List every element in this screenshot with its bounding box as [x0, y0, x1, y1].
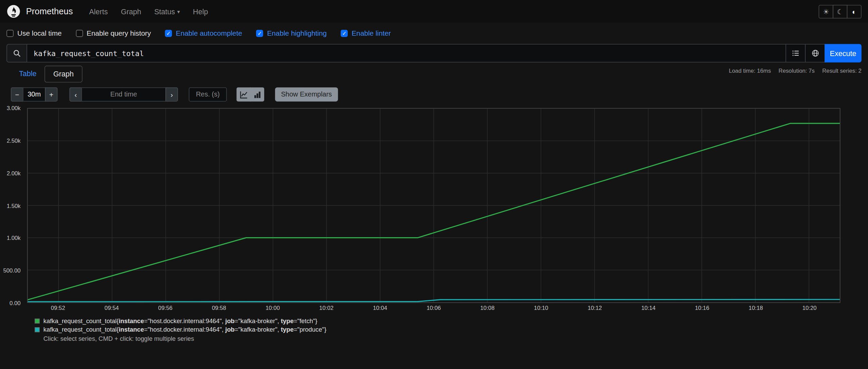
checkbox-box[interactable]	[341, 30, 348, 37]
stacked-chart-icon	[253, 90, 261, 99]
x-axis-label: 09:52	[42, 304, 74, 311]
checkbox-label: Enable autocomplete	[176, 29, 242, 37]
legend-item[interactable]: kafka_request_count_total{instance="host…	[35, 326, 868, 333]
x-axis-label: 10:00	[256, 304, 289, 311]
x-axis-label: 10:02	[310, 304, 343, 311]
result-series: Result series: 2	[822, 67, 862, 74]
checkbox-box[interactable]	[165, 30, 172, 37]
graph-controls: − + ‹ › Show Exemplars	[11, 87, 868, 102]
chevron-left-icon: ‹	[74, 90, 77, 99]
caret-down-icon: ▾	[177, 8, 180, 15]
nav-help[interactable]: Help	[193, 7, 208, 16]
nav-graph[interactable]: Graph	[121, 7, 141, 16]
y-axis-labels: 0.00500.001.00k1.50k2.00k2.50k3.00k	[0, 108, 24, 303]
query-stats: Load time: 16ms Resolution: 7s Result se…	[729, 67, 862, 74]
query-bar: Execute	[6, 44, 862, 62]
prometheus-logo-icon[interactable]	[6, 4, 21, 19]
x-axis-label: 10:16	[686, 304, 719, 311]
x-axis-label: 10:12	[578, 304, 611, 311]
checkbox-label: Enable linter	[351, 29, 391, 37]
sun-icon: ☀	[823, 7, 829, 16]
plot-area[interactable]	[27, 108, 840, 303]
resolution: Resolution: 7s	[779, 67, 815, 74]
range-input[interactable]	[23, 87, 46, 102]
options-bar: Use local time Enable query history Enab…	[0, 23, 868, 42]
nav-links: Alerts Graph Status▾ Help	[89, 7, 208, 16]
globe-icon	[811, 49, 819, 57]
checkbox-box[interactable]	[76, 30, 83, 37]
legend-series-text: kafka_request_count_total{instance="host…	[43, 326, 326, 333]
chart-type-group	[237, 87, 264, 102]
list-icon	[792, 49, 799, 57]
y-axis-label: 1.00k	[7, 235, 21, 241]
x-axis-label: 10:04	[364, 304, 396, 311]
nav-status-label: Status	[154, 7, 175, 16]
y-axis-label: 3.00k	[7, 105, 21, 111]
x-axis-label: 09:58	[203, 304, 235, 311]
legend-hint: Click: select series, CMD + click: toggl…	[43, 335, 868, 342]
auto-theme-icon: ◐	[852, 7, 856, 16]
y-axis-label: 0.00	[10, 300, 21, 306]
checkbox-autocomplete[interactable]: Enable autocomplete	[165, 29, 242, 37]
theme-toggle-group: ☀ ☾ ◐	[819, 5, 862, 18]
tab-table[interactable]: Table	[11, 66, 44, 83]
checkbox-label: Use local time	[17, 29, 61, 37]
load-time: Load time: 16ms	[729, 67, 771, 74]
x-axis-label: 09:54	[95, 304, 128, 311]
legend-series-text: kafka_request_count_total{instance="host…	[43, 318, 318, 324]
prometheus-app: Prometheus Alerts Graph Status▾ Help ☀ ☾…	[0, 0, 868, 369]
theme-light-button[interactable]: ☀	[819, 5, 833, 18]
time-group: ‹ ›	[69, 87, 178, 102]
result-tabs: Table Graph	[11, 66, 83, 83]
theme-dark-button[interactable]: ☾	[833, 5, 847, 18]
checkbox-use-local-time[interactable]: Use local time	[6, 29, 61, 37]
stacked-chart-button[interactable]	[250, 87, 264, 102]
execute-button[interactable]: Execute	[825, 44, 862, 62]
time-back-button[interactable]: ‹	[69, 87, 82, 102]
x-axis-label: 10:18	[740, 304, 772, 311]
query-list-button[interactable]	[785, 44, 806, 62]
brand-title[interactable]: Prometheus	[26, 6, 73, 16]
y-axis-label: 2.00k	[7, 170, 21, 176]
nav-status-dropdown[interactable]: Status▾	[154, 7, 180, 16]
checkbox-box[interactable]	[6, 30, 14, 37]
chart-legend: kafka_request_count_total{instance="host…	[35, 318, 868, 333]
x-axis-label: 09:56	[149, 304, 182, 311]
range-increase-button[interactable]: +	[45, 87, 58, 102]
plot-canvas[interactable]	[28, 109, 839, 302]
checkbox-label: Enable highlighting	[267, 29, 327, 37]
x-axis-label: 10:10	[525, 304, 557, 311]
checkbox-highlighting[interactable]: Enable highlighting	[256, 29, 327, 37]
legend-item[interactable]: kafka_request_count_total{instance="host…	[35, 318, 868, 324]
resolution-input[interactable]	[189, 87, 227, 102]
y-axis-label: 1.50k	[7, 202, 21, 209]
range-decrease-button[interactable]: −	[11, 87, 23, 102]
tab-graph[interactable]: Graph	[44, 66, 82, 83]
legend-swatch	[35, 318, 39, 323]
theme-auto-button[interactable]: ◐	[847, 5, 862, 18]
x-axis-label: 10:14	[632, 304, 665, 311]
show-exemplars-button[interactable]: Show Exemplars	[275, 87, 338, 102]
y-axis-label: 2.50k	[7, 137, 21, 144]
checkbox-label: Enable query history	[87, 29, 151, 37]
checkbox-query-history[interactable]: Enable query history	[76, 29, 151, 37]
range-group: − +	[11, 87, 57, 102]
nav-alerts[interactable]: Alerts	[89, 7, 108, 16]
x-axis-label: 10:06	[417, 304, 450, 311]
minus-icon: −	[15, 90, 19, 99]
search-icon	[13, 49, 21, 57]
query-input[interactable]	[26, 44, 786, 62]
chevron-right-icon: ›	[170, 90, 173, 99]
metrics-explorer-button[interactable]	[805, 44, 825, 62]
search-addon	[6, 44, 27, 62]
checkbox-box[interactable]	[256, 30, 264, 37]
x-axis-label: 10:20	[793, 304, 826, 311]
moon-icon: ☾	[837, 7, 843, 16]
tab-stats-row: Table Graph Load time: 16ms Resolution: …	[6, 66, 862, 83]
end-time-input[interactable]	[82, 87, 166, 102]
line-chart-icon	[239, 90, 248, 99]
chart: 0.00500.001.00k1.50k2.00k2.50k3.00k 09:5…	[0, 108, 868, 315]
checkbox-linter[interactable]: Enable linter	[341, 29, 391, 37]
time-forward-button[interactable]: ›	[165, 87, 178, 102]
line-chart-button[interactable]	[237, 87, 251, 102]
